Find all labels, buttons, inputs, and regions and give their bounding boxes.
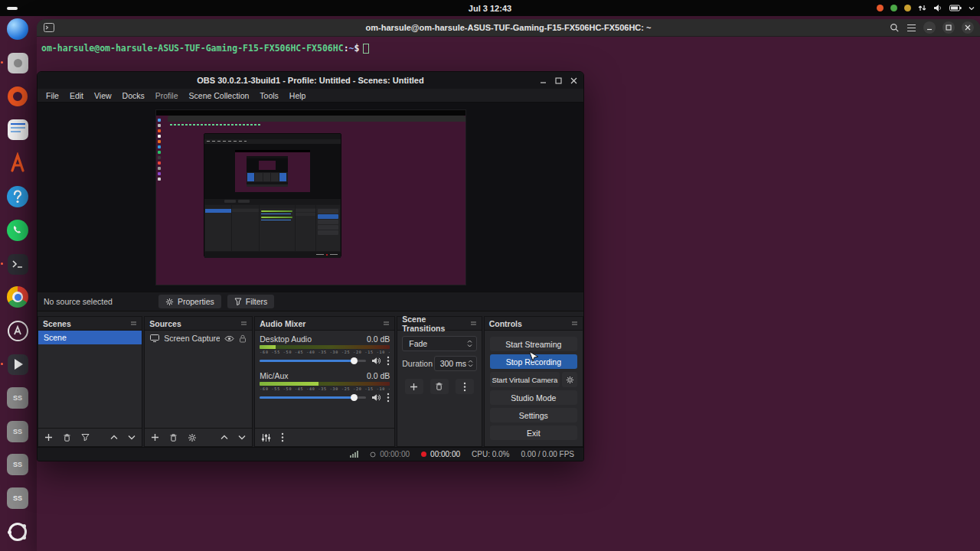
kebab-menu-icon[interactable] [387, 393, 390, 403]
dock-item-whatsapp[interactable] [4, 217, 31, 244]
remove-transition-button[interactable] [430, 379, 449, 394]
cpu-usage: CPU: 0.0% [472, 450, 509, 458]
minimize-button[interactable] [540, 77, 547, 84]
panel-options-icon[interactable] [383, 321, 390, 326]
start-streaming-button[interactable]: Start Streaming [490, 337, 577, 351]
clock[interactable]: Jul 3 12:43 [469, 4, 511, 13]
dock-item-terminal[interactable] [4, 250, 31, 278]
context-status-text: No source selected [44, 297, 113, 306]
move-scene-up-button[interactable] [110, 435, 118, 440]
system-tray[interactable] [877, 0, 975, 16]
ubuntu-logo-icon [8, 523, 27, 541]
mixer-header[interactable]: Audio Mixer [255, 317, 394, 331]
transitions-body: Fade Duration 300 ms [397, 331, 481, 446]
volume-icon [933, 4, 942, 12]
preview-area[interactable] [38, 103, 583, 292]
source-properties-button[interactable] [188, 433, 197, 442]
add-transition-button[interactable] [405, 379, 423, 394]
terminal-content[interactable]: om-harsule@om-harsule-ASUS-TUF-Gaming-F1… [37, 37, 980, 60]
dock-item-chrome[interactable] [4, 283, 31, 311]
lock-icon[interactable] [239, 334, 247, 343]
properties-button[interactable]: Properties [158, 295, 221, 308]
terminal-titlebar[interactable]: om-harsule@om-harsule-ASUS-TUF-Gaming-F1… [37, 19, 980, 37]
controls-header[interactable]: Controls [485, 317, 583, 331]
panel-options-icon[interactable] [130, 321, 137, 326]
panel-options-icon[interactable] [240, 321, 247, 326]
advanced-audio-icon[interactable] [261, 433, 271, 442]
maximize-button[interactable] [942, 21, 955, 34]
close-button[interactable] [962, 21, 974, 34]
move-scene-down-button[interactable] [128, 435, 136, 440]
speaker-icon[interactable] [371, 357, 381, 365]
exit-button[interactable]: Exit [490, 425, 577, 440]
show-applications-button[interactable] [4, 518, 31, 546]
move-source-down-button[interactable] [238, 435, 246, 440]
stop-recording-button[interactable]: Stop Recording [490, 354, 577, 369]
transition-properties-kebab-icon[interactable] [456, 379, 474, 394]
settings-button[interactable]: Settings [490, 408, 577, 422]
dock-item-media-player[interactable] [4, 350, 31, 378]
start-virtual-camera-button[interactable]: Start Virtual Camera [490, 372, 560, 387]
browser-icon [7, 18, 28, 40]
activities-indicator[interactable] [7, 7, 18, 10]
duration-spinbox[interactable]: 300 ms [434, 356, 477, 371]
eye-visibility-icon[interactable] [224, 335, 234, 342]
menu-file[interactable]: File [41, 90, 64, 102]
menu-icon[interactable] [906, 24, 916, 32]
panel-options-icon[interactable] [571, 321, 578, 326]
search-icon[interactable] [890, 23, 900, 33]
minimize-button[interactable] [923, 21, 936, 34]
scenes-header[interactable]: Scenes [38, 317, 142, 331]
mixer-channel-mic-aux: Mic/Aux 0.0 dB -60 -55 -50 -45 -40 -35 -… [260, 371, 390, 403]
panel-options-icon[interactable] [470, 321, 477, 326]
menu-tools[interactable]: Tools [254, 90, 284, 102]
speaker-icon[interactable] [371, 393, 381, 402]
volume-slider[interactable] [260, 360, 366, 362]
source-item[interactable]: Screen Capture (X... [145, 331, 252, 346]
obs-titlebar[interactable]: OBS 30.0.2.1-3build1 - Profile: Untitled… [38, 72, 583, 89]
dock-item-app-a-ring[interactable] [4, 317, 31, 344]
kebab-menu-icon[interactable] [281, 432, 284, 442]
menu-help[interactable]: Help [284, 90, 312, 102]
scene-filters-button[interactable] [81, 433, 90, 442]
dock-item-help[interactable] [4, 183, 31, 210]
virtual-camera-config-button[interactable] [562, 372, 577, 387]
add-source-button[interactable] [151, 433, 159, 442]
transition-select[interactable]: Fade [402, 336, 476, 351]
menu-edit[interactable]: Edit [64, 90, 89, 102]
scene-item-selected[interactable]: Scene [38, 331, 142, 344]
menu-scene-collection[interactable]: Scene Collection [184, 90, 255, 102]
add-scene-button[interactable] [44, 433, 53, 442]
menu-view[interactable]: View [89, 90, 117, 102]
recording-dot-icon [421, 452, 426, 457]
volume-slider-handle[interactable] [351, 394, 358, 401]
kebab-menu-icon[interactable] [387, 356, 390, 366]
volume-slider[interactable] [260, 396, 366, 399]
transitions-header[interactable]: Scene Transitions [397, 317, 481, 331]
meter-scale: -60 -55 -50 -45 -40 -35 -30 -25 -20 -15 … [260, 350, 390, 354]
menu-profile[interactable]: Profile [150, 90, 184, 102]
dock-item-software-store[interactable] [4, 83, 31, 110]
dock-item-files[interactable] [4, 49, 31, 77]
volume-slider-handle[interactable] [351, 357, 358, 364]
dock-item-screenshot-4[interactable]: SS [4, 484, 31, 512]
dock-item-office-document[interactable] [4, 116, 31, 143]
remove-scene-button[interactable] [63, 433, 71, 442]
maximize-button[interactable] [555, 77, 562, 84]
menu-docks[interactable]: Docks [117, 90, 150, 102]
sources-list[interactable]: Screen Capture (X... [145, 331, 252, 428]
status-green-icon [890, 5, 897, 11]
dock-item-screenshot-2[interactable]: SS [4, 418, 31, 445]
capture-terminal-titlebar [168, 116, 466, 122]
dock-item-app-a[interactable] [4, 149, 31, 177]
dock-item-browser[interactable] [4, 15, 31, 43]
move-source-up-button[interactable] [220, 435, 228, 440]
close-button[interactable] [570, 77, 577, 84]
scenes-list[interactable]: Scene [38, 331, 142, 428]
remove-source-button[interactable] [169, 433, 178, 442]
studio-mode-button[interactable]: Studio Mode [490, 390, 577, 405]
filters-button[interactable]: Filters [227, 295, 275, 308]
sources-header[interactable]: Sources [145, 317, 252, 331]
dock-item-screenshot-1[interactable]: SS [4, 384, 31, 412]
dock-item-screenshot-3[interactable]: SS [4, 451, 31, 478]
